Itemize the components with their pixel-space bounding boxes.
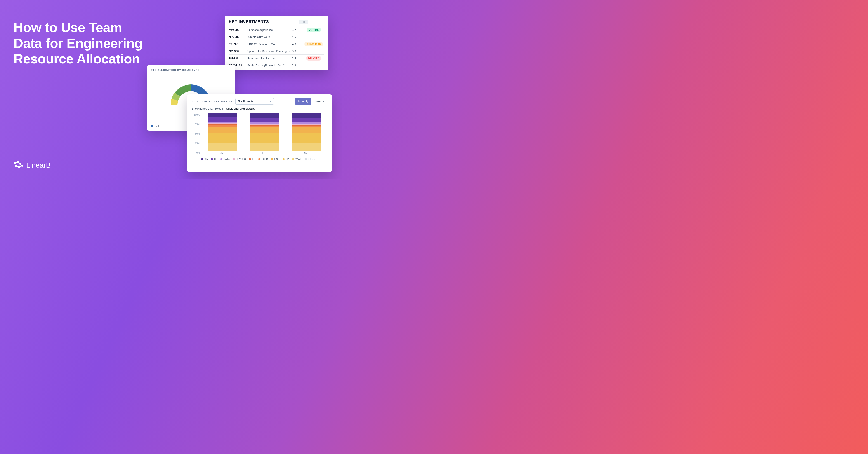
x-tick: Feb [262,152,266,156]
y-tick: 100% [194,114,200,116]
linearb-logo-icon [13,161,23,169]
status-badge: ON TIME [307,28,321,32]
legend-item: LCFR [258,158,268,160]
investment-fte: 4.3 [292,43,301,46]
investment-row[interactable]: MW-592Purchase experience5.7ON TIME [229,26,324,34]
bar-segment [292,122,321,124]
legend-dot-icon [283,158,285,160]
investment-fte: 2.4 [292,57,301,60]
investment-row[interactable]: CDX-1163Profile Pages (Phase 1 - Dec 1)2… [229,62,324,69]
investment-desc: Profile Pages (Phase 1 - Dec 1) [247,64,290,67]
hero-title: How to Use Team Data for Engineering Res… [13,20,143,67]
hero-line-3: Resource Allocation [13,51,143,67]
bar-segment [250,143,279,151]
investment-fte: 5.7 [292,29,301,32]
y-tick: 50% [195,132,200,135]
legend-item: FR [249,158,255,160]
investment-row[interactable]: CM-380Updates for Dashboard IA changes3.… [229,48,324,55]
legend-dot-icon [211,158,213,160]
bar-segment [292,118,321,122]
allocation-legend: CACSDATADEVOPSFRLCFRLINBQAWWFOthers [192,158,327,160]
status-badge: DELAY RISK [305,42,323,46]
investment-fte: 4.6 [292,35,301,39]
legend-dot-icon [220,158,222,160]
investment-desc: Purchase experience [247,29,290,32]
stacked-bar-chart[interactable]: 0%25%50%75%100% JanFebMar [192,114,327,156]
investment-key: CM-380 [229,50,245,53]
brand-name: LinearB [26,161,51,169]
legend-dot-icon [233,158,235,160]
fte-column-chip: FTE [299,20,308,24]
allocation-subtitle: Showing top Jira Projects - Click chart … [192,107,327,110]
legend-dot-icon [271,158,273,160]
bar-segment [292,143,321,151]
y-tick: 0% [196,151,200,154]
hero-line-1: How to Use Team [13,20,143,36]
bar-segment [250,126,279,127]
bar-segment [250,118,279,122]
bar-segment [292,126,321,127]
investment-row[interactable]: NIA-686Infrastructure work4.6 [229,34,324,40]
investment-key: NIA-686 [229,35,245,39]
legend-item: DEVOPS [233,158,246,160]
legend-dot-icon [292,158,294,160]
allocation-sub-prefix: Showing top Jira Projects - [192,107,226,110]
investment-desc: Updates for Dashboard IA changes [247,50,290,53]
legend-dot-icon [305,158,307,160]
bar-segment [208,125,237,127]
legend-dot-icon [151,125,153,127]
legend-item: LINB [271,158,279,160]
y-tick: 75% [195,123,200,126]
investment-row[interactable]: RN-326Front-end UI calculation2.4DELAYED [229,55,324,62]
investment-key: MW-592 [229,29,245,32]
investment-row[interactable]: EP-265EDO M1: Admin UI GA4.3DELAY RISK [229,40,324,48]
stacked-bar[interactable] [208,114,237,151]
investment-fte: 3.6 [292,50,301,53]
investment-desc: Infrastructure work [247,35,290,39]
brand-lockup: LinearB [13,161,51,169]
status-badge: DELAYED [306,56,322,61]
donut-title: FTE ALLOCATION BY ISSUE TYPE [151,69,231,71]
investment-key: EP-265 [229,43,245,46]
donut-legend-item: Task [151,125,160,127]
x-tick: Mar [304,152,308,156]
y-tick: 25% [195,142,200,144]
legend-item: DATA [220,158,229,160]
key-investments-card: KEY INVESTMENTS FTE MW-592Purchase exper… [225,16,328,70]
donut-legend-label: Task [154,125,160,127]
grouping-select-value: Jira Projects [238,100,253,103]
stacked-bar[interactable] [292,114,321,151]
toggle-monthly-button[interactable]: Monthly [295,98,311,105]
chevron-down-icon: ▾ [270,100,271,103]
investment-fte: 2.2 [292,64,301,67]
grouping-select[interactable]: Jira Projects ▾ [235,98,274,105]
legend-dot-icon [258,158,260,160]
legend-item: CS [211,158,217,160]
legend-item: Others [305,158,315,160]
bar-segment [208,117,237,122]
investment-key: RN-326 [229,57,245,60]
bar-segment [250,122,279,124]
x-tick: Jan [220,152,224,156]
bar-segment [250,114,279,118]
investment-desc: Front-end UI calculation [247,57,290,60]
legend-item: CA [201,158,208,160]
allocation-label: ALLOCATION OVER TIME BY [192,100,232,103]
bar-segment [292,114,321,118]
legend-item: QA [283,158,289,160]
legend-dot-icon [249,158,251,160]
toggle-weekly-button[interactable]: Weekly [311,98,327,105]
allocation-over-time-card: ALLOCATION OVER TIME BY Jira Projects ▾ … [187,94,332,172]
bar-segment [208,114,237,117]
legend-item: WWF [292,158,301,160]
bar-segment [208,143,237,151]
investment-desc: EDO M1: Admin UI GA [247,43,290,46]
stacked-bar[interactable] [250,114,279,151]
allocation-sub-bold: Click chart for details [226,107,255,110]
legend-dot-icon [201,158,203,160]
hero-line-2: Data for Engineering [13,36,143,52]
key-investments-title: KEY INVESTMENTS [229,20,269,24]
time-granularity-toggle: Monthly Weekly [295,98,327,105]
